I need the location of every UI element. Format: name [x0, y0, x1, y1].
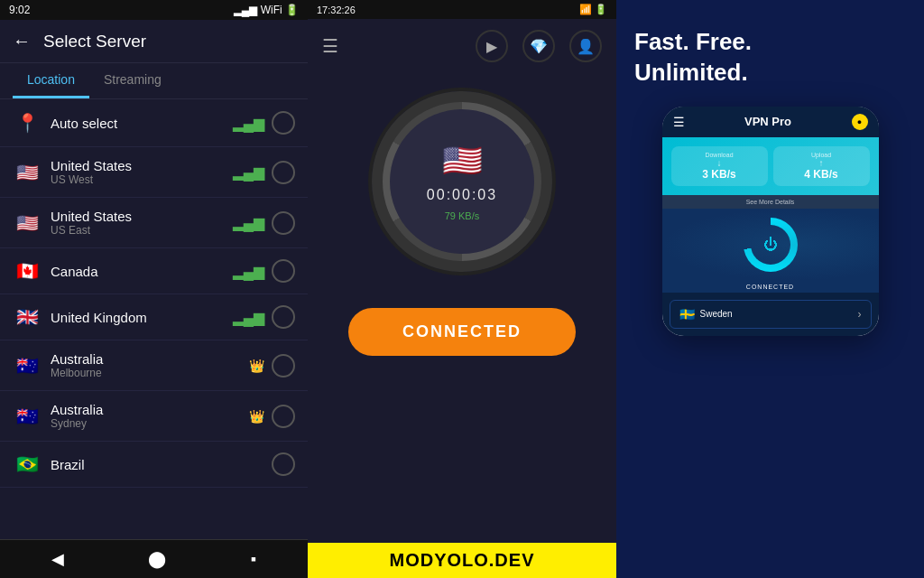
back-button[interactable]: ←: [13, 31, 31, 51]
server-meta-canada: ▂▄▆: [233, 259, 295, 283]
dial-flag: 🇺🇸: [442, 142, 483, 180]
profile-icon-btn[interactable]: 👤: [569, 30, 602, 62]
select-circle-aus-mel[interactable]: [272, 354, 295, 378]
upload-icon: ↑: [781, 158, 863, 168]
server-meta-us-east: ▂▄▆: [233, 211, 295, 235]
server-name-aus-mel: Australia: [51, 351, 240, 367]
server-item-aus-syd[interactable]: 🇦🇺 Australia Sydney 👑: [0, 391, 308, 442]
flag-aus-syd: 🇦🇺: [13, 406, 42, 427]
phone-stats: Download ↓ 3 KB/s Upload ↑ 4 KB/s: [662, 137, 879, 195]
server-item-us-west[interactable]: 🇺🇸 United States US West ▂▄▆: [0, 147, 308, 198]
server-meta-aus-mel: 👑: [249, 354, 295, 378]
vpn-status-bar: 17:32:26 📶 🔋: [308, 0, 616, 19]
vpn-icons: 📶 🔋: [579, 4, 607, 15]
server-row-arrow: ›: [858, 308, 862, 321]
upload-label: Upload: [781, 152, 863, 158]
navigation-bar: ◀ ⬤ ▪: [0, 539, 308, 578]
server-sub-aus-syd: Sydney: [51, 417, 240, 430]
vpn-connected-panel: 17:32:26 📶 🔋 ☰ ▶ 💎 👤 🇺🇸 00:00:03 79 KB/s…: [308, 0, 616, 578]
upload-stat: Upload ↑ 4 KB/s: [773, 146, 870, 186]
flag-canada: 🇨🇦: [13, 260, 42, 282]
select-circle-aus-syd[interactable]: [272, 405, 295, 428]
signal-icon-us-west: ▂▄▆: [233, 163, 264, 181]
crown-icon-aus-syd: 👑: [249, 409, 264, 424]
map-bg: [662, 209, 879, 281]
signal-icon-auto: ▂▄▆: [233, 115, 264, 132]
phone-topbar: ☰ VPN Pro ●: [662, 107, 879, 137]
flag-auto: 📍: [13, 112, 42, 134]
tabs-row: Location Streaming: [0, 63, 308, 99]
server-header: ← Select Server: [0, 20, 308, 63]
dial-inner: 🇺🇸 00:00:03 79 KB/s: [390, 109, 534, 254]
dial-speed: 79 KB/s: [445, 210, 480, 221]
flag-brazil: 🇧🇷: [13, 453, 42, 475]
see-more-link[interactable]: See More Details: [662, 195, 879, 209]
server-name-canada: Canada: [51, 264, 224, 279]
select-circle-us-west[interactable]: [272, 161, 295, 184]
nav-recent[interactable]: ▪: [251, 550, 256, 569]
server-meta-aus-syd: 👑: [249, 405, 295, 428]
server-item-brazil[interactable]: 🇧🇷 Brazil: [0, 442, 308, 488]
status-bar-1: 9:02 ▂▄▆ WiFi 🔋: [0, 0, 308, 20]
timer-container: 🇺🇸 00:00:03 79 KB/s: [372, 91, 552, 272]
server-info-canada: Canada: [51, 264, 224, 279]
tab-location[interactable]: Location: [13, 63, 89, 98]
server-meta-uk: ▂▄▆: [233, 305, 295, 329]
connected-button[interactable]: CONNECTED: [348, 308, 576, 356]
select-circle-canada[interactable]: [272, 259, 295, 283]
phone-mockup: ☰ VPN Pro ● Download ↓ 3 KB/s Upload ↑ 4…: [662, 107, 879, 336]
server-item-auto[interactable]: 📍 Auto select ▂▄▆: [0, 99, 308, 147]
modyolo-banner: MODYOLO.DEV: [308, 543, 616, 578]
server-info-brazil: Brazil: [51, 457, 263, 472]
server-row-name: Sweden: [700, 309, 853, 319]
phone-menu-icon: ☰: [673, 115, 685, 129]
flag-aus-mel: 🇦🇺: [13, 355, 42, 377]
vpn-time: 17:32:26: [317, 5, 356, 15]
select-circle-us-east[interactable]: [272, 211, 295, 235]
select-circle-auto[interactable]: [272, 111, 295, 135]
server-info-us-east: United States US East: [51, 209, 224, 237]
hamburger-icon[interactable]: ☰: [322, 35, 338, 57]
download-value: 3 KB/s: [679, 168, 761, 181]
signal-icon-uk: ▂▄▆: [233, 309, 264, 326]
upload-value: 4 KB/s: [781, 168, 863, 181]
server-info-aus-mel: Australia Melbourne: [51, 351, 240, 379]
server-item-uk[interactable]: 🇬🇧 United Kingdom ▂▄▆: [0, 294, 308, 340]
server-list: 📍 Auto select ▂▄▆ 🇺🇸 United States US We…: [0, 99, 308, 539]
server-name-brazil: Brazil: [51, 457, 263, 472]
page-title: Select Server: [43, 32, 146, 51]
play-icon-btn[interactable]: ▶: [476, 30, 508, 62]
phone-server-row[interactable]: 🇸🇪 Sweden ›: [670, 300, 872, 329]
select-circle-brazil[interactable]: [272, 452, 295, 476]
server-name-auto: Auto select: [51, 116, 224, 131]
select-circle-uk[interactable]: [272, 305, 295, 329]
server-info-aus-syd: Australia Sydney: [51, 402, 240, 430]
phone-coin-icon: ●: [852, 114, 868, 130]
status-icons: ▂▄▆ WiFi 🔋: [234, 4, 299, 16]
vpn-header-icons: ▶ 💎 👤: [476, 30, 602, 62]
tab-streaming[interactable]: Streaming: [89, 63, 176, 98]
server-item-aus-mel[interactable]: 🇦🇺 Australia Melbourne 👑: [0, 340, 308, 391]
server-meta-auto: ▂▄▆: [233, 111, 295, 135]
phone-map: ⏻: [662, 209, 879, 281]
nav-home[interactable]: ⬤: [148, 549, 166, 569]
phone-connected-label: CONNECTED: [662, 281, 879, 293]
tagline-text: Fast. Free.Unlimited.: [634, 28, 752, 86]
nav-back[interactable]: ◀: [51, 549, 64, 569]
server-name-aus-syd: Australia: [51, 402, 240, 417]
download-icon: ↓: [679, 158, 761, 168]
server-meta-us-west: ▂▄▆: [233, 161, 295, 184]
server-sub-us-east: US East: [51, 224, 224, 237]
server-info-auto: Auto select: [51, 116, 224, 131]
signal-icon-us-east: ▂▄▆: [233, 214, 264, 231]
crown-icon-aus-mel: 👑: [249, 359, 264, 373]
server-item-canada[interactable]: 🇨🇦 Canada ▂▄▆: [0, 248, 308, 294]
flag-us-west: 🇺🇸: [13, 162, 42, 183]
promo-panel: Fast. Free.Unlimited. ☰ VPN Pro ● Downlo…: [616, 0, 924, 578]
server-name-us-east: United States: [51, 209, 224, 224]
gem-icon-btn[interactable]: 💎: [522, 30, 555, 62]
server-name-us-west: United States: [51, 158, 224, 173]
promo-tagline: Fast. Free.Unlimited.: [634, 27, 906, 89]
server-item-us-east[interactable]: 🇺🇸 United States US East ▂▄▆: [0, 198, 308, 248]
status-time: 9:02: [9, 4, 30, 16]
